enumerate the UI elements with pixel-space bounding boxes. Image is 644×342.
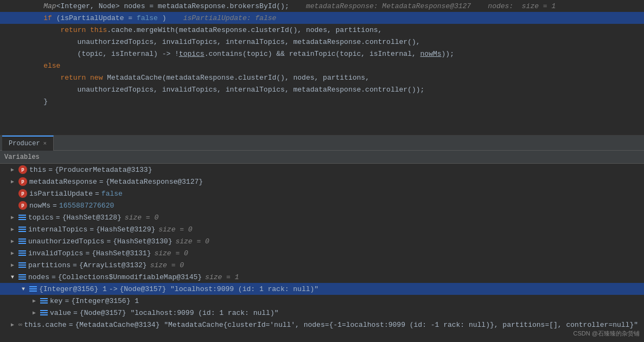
var-name: this.cache — [24, 321, 67, 329]
var-row-value[interactable]: ▶ value = {Node@3157} "localhost:9099 (i… — [0, 307, 644, 319]
var-value: {Integer@3156} 1 — [71, 297, 139, 305]
expand-arrow[interactable]: ▶ — [11, 262, 18, 268]
expand-arrow[interactable]: ▶ — [11, 166, 18, 173]
var-row-unauthorizedtopics[interactable]: ▶ unauthorizedTopics = {HashSet@3130} si… — [0, 235, 644, 247]
var-name: {Integer@3156} 1 — [39, 285, 107, 293]
var-row-thiscache[interactable]: ▶ ∞ this.cache = {MetadataCache@3134} "M… — [0, 319, 644, 331]
debugger-tab-bar: Producer × — [0, 135, 644, 151]
expand-arrow[interactable]: ▶ — [11, 321, 18, 328]
tab-label: Producer — [9, 140, 40, 147]
expand-arrow[interactable]: ▶ — [11, 214, 18, 221]
var-eq: = — [52, 273, 56, 281]
expand-arrow[interactable]: ▶ — [11, 250, 18, 256]
var-value: {HashSet@3130} — [113, 237, 172, 246]
var-value: {MetadataCache@3134} "MetadataCache{clus… — [75, 321, 638, 329]
var-row-invalidtopics[interactable]: ▶ invalidTopics = {HashSet@3131} size = … — [0, 247, 644, 259]
tab-producer[interactable]: Producer × — [2, 135, 54, 151]
variables-header: Variables — [0, 151, 644, 164]
expand-arrow[interactable]: ▶ — [11, 226, 18, 233]
var-eq: = — [56, 214, 60, 222]
var-comment: size = 0 — [125, 214, 158, 222]
var-icon-list — [18, 274, 26, 280]
var-name: topics — [28, 214, 54, 222]
code-text: } — [24, 98, 644, 106]
variables-panel: Variables ▶ p this = {ProducerMetadata@3… — [0, 151, 644, 342]
var-eq: = — [106, 237, 111, 246]
expand-arrow[interactable]: ▼ — [22, 286, 29, 292]
code-line-1: Map<Integer, Node> nodes = metadataRespo… — [0, 0, 644, 12]
expand-arrow[interactable]: ▶ — [33, 298, 40, 304]
var-row-internaltopics[interactable]: ▶ internalTopics = {HashSet@3129} size =… — [0, 223, 644, 235]
var-icon-list — [18, 238, 26, 244]
var-icon-list — [18, 226, 26, 233]
var-name: metadataResponse — [29, 178, 97, 186]
var-row-nowms[interactable]: ▶ p nowMs = 1655887276620 — [0, 199, 644, 211]
var-comment: size = 0 — [150, 261, 184, 269]
code-line-3: return this.cache.mergeWith(metadataResp… — [0, 24, 644, 36]
expand-arrow[interactable]: ▶ — [11, 178, 18, 185]
var-eq: = — [90, 225, 94, 234]
var-row-key[interactable]: ▶ key = {Integer@3156} 1 — [0, 295, 644, 307]
var-value: {Node@3157} "localhost:9099 (id: 1 rack:… — [80, 309, 279, 317]
var-eq: = — [73, 261, 77, 269]
var-eq: = — [73, 309, 78, 317]
var-eq: = — [65, 297, 69, 305]
var-name: nodes — [28, 273, 49, 281]
var-comment: size = 0 — [154, 249, 188, 257]
var-name: this — [29, 166, 46, 174]
expand-arrow[interactable]: ▼ — [11, 274, 18, 280]
expand-arrow[interactable]: ▶ — [33, 309, 40, 316]
var-name: isPartialUpdate — [29, 190, 93, 198]
variables-title: Variables — [4, 153, 40, 161]
expand-arrow[interactable]: ▶ — [11, 238, 18, 244]
code-line-4: unauthorizedTopics, invalidTopics, inter… — [0, 36, 644, 48]
var-icon-list — [29, 286, 37, 292]
code-text: unauthorizedTopics, invalidTopics, inter… — [24, 38, 644, 46]
var-name: value — [50, 309, 71, 317]
code-text: return this.cache.mergeWith(metadataResp… — [24, 26, 644, 34]
var-value: {Collections$UnmodifiableMap@3145} — [58, 273, 202, 281]
var-row-nodes-entry[interactable]: ▼ {Integer@3156} 1 -> {Node@3157} "local… — [0, 283, 644, 295]
code-editor: Map<Integer, Node> nodes = metadataRespo… — [0, 0, 644, 135]
var-name: invalidTopics — [28, 249, 83, 257]
var-eq: = — [53, 202, 57, 210]
code-text: unauthorizedTopics, invalidTopics, inter… — [24, 86, 644, 94]
code-text: else — [24, 62, 644, 70]
var-name: unauthorizedTopics — [28, 237, 104, 246]
var-value: 1655887276620 — [59, 202, 114, 210]
var-eq: = — [99, 178, 104, 186]
var-icon-p: p — [18, 165, 27, 174]
var-row-metadataresponse[interactable]: ▶ p metadataResponse = {MetadataResponse… — [0, 176, 644, 188]
var-comment: size = 0 — [175, 237, 209, 246]
var-value: false — [101, 190, 123, 198]
var-row-topics[interactable]: ▶ topics = {HashSet@3128} size = 0 — [0, 211, 644, 223]
var-icon-oo: ∞ — [18, 321, 22, 328]
var-value: {ArrayList@3132} — [79, 261, 147, 269]
var-row-partitions[interactable]: ▶ partitions = {ArrayList@3132} size = 0 — [0, 259, 644, 271]
var-comment: size = 1 — [205, 273, 239, 281]
var-eq: -> — [109, 285, 118, 293]
close-icon[interactable]: × — [43, 140, 47, 147]
var-icon-p: p — [18, 201, 27, 210]
code-text: Map<Integer, Node> nodes = metadataRespo… — [24, 2, 644, 10]
code-line-6: else — [0, 60, 644, 72]
code-line-8: unauthorizedTopics, invalidTopics, inter… — [0, 83, 644, 95]
watermark: CSDN @石臻臻的杂货铺 — [573, 330, 640, 338]
var-row-ispartialupdate[interactable]: ▶ p isPartialUpdate = false — [0, 188, 644, 199]
var-row-this[interactable]: ▶ p this = {ProducerMetadata@3133} — [0, 164, 644, 176]
var-value: {MetadataResponse@3127} — [106, 178, 203, 186]
var-value: {HashSet@3131} — [92, 249, 151, 257]
var-eq: = — [69, 321, 73, 329]
var-value: {ProducerMetadata@3133} — [55, 166, 152, 174]
var-row-nodes[interactable]: ▼ nodes = {Collections$UnmodifiableMap@3… — [0, 271, 644, 283]
var-icon-list — [18, 262, 26, 268]
var-icon-list — [18, 214, 26, 221]
code-line-2: if (isPartialUpdate = false ) isPartialU… — [0, 12, 644, 24]
var-icon-p: p — [18, 189, 27, 198]
code-text: if (isPartialUpdate = false ) isPartialU… — [24, 14, 644, 22]
var-icon-list — [18, 250, 26, 256]
var-name: nowMs — [29, 202, 50, 210]
code-line-5: (topic, isInternal) -> !topics.contains(… — [0, 48, 644, 60]
var-name: partitions — [28, 261, 71, 269]
code-text: return new MetadataCache(metadataRespons… — [24, 74, 644, 82]
